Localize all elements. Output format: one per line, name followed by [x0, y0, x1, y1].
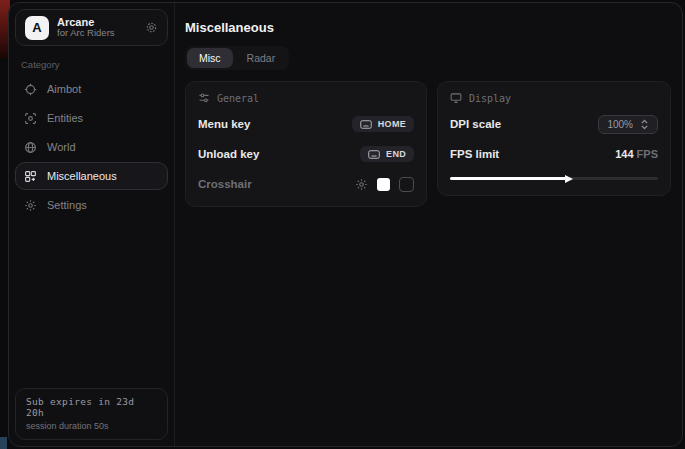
- dpi-scale-select[interactable]: 100%: [598, 115, 658, 134]
- monitor-icon: [450, 92, 462, 104]
- subscription-card: Sub expires in 23d 20h session duration …: [15, 388, 168, 440]
- entities-icon: [24, 112, 37, 125]
- account-gear-icon[interactable]: [145, 21, 158, 34]
- panels-row: General Menu key HOME: [185, 81, 671, 207]
- dpi-scale-row: DPI scale 100%: [450, 114, 658, 134]
- crosshair-label: Crosshair: [198, 178, 252, 190]
- general-panel: General Menu key HOME: [185, 81, 427, 207]
- sidebar-item-miscellaneous[interactable]: Miscellaneous: [15, 162, 168, 190]
- grid-icon: [24, 170, 37, 183]
- sidebar-item-label: Entities: [47, 112, 83, 124]
- sidebar-item-entities[interactable]: Entities: [15, 104, 168, 132]
- account-card[interactable]: A Arcane for Arc Riders: [15, 9, 168, 46]
- sidebar-item-label: Miscellaneous: [47, 170, 117, 182]
- unload-key-value: END: [386, 149, 406, 159]
- sidebar-item-world[interactable]: World: [15, 133, 168, 161]
- sliders-icon: [198, 92, 210, 104]
- display-panel-title: Display: [469, 93, 511, 104]
- fps-limit-slider[interactable]: [450, 174, 658, 183]
- crosshair-row: Crosshair: [198, 174, 414, 194]
- crosshair-settings-gear-icon[interactable]: [355, 178, 368, 191]
- tab-radar[interactable]: Radar: [235, 48, 288, 68]
- tab-misc[interactable]: Misc: [187, 48, 233, 68]
- fps-limit-row: FPS limit 144 FPS: [450, 144, 658, 164]
- globe-icon: [24, 141, 37, 154]
- fps-limit-label: FPS limit: [450, 148, 499, 160]
- unload-key-bind-button[interactable]: END: [360, 146, 414, 162]
- menu-key-value: HOME: [378, 119, 406, 129]
- keyboard-icon: [360, 120, 372, 129]
- unload-key-row: Unload key END: [198, 144, 414, 164]
- app-window: A Arcane for Arc Riders Category Aimbot: [8, 2, 683, 447]
- background-blue-glimpse: [0, 437, 7, 449]
- crosshair-icon: [24, 83, 37, 96]
- sidebar-item-aimbot[interactable]: Aimbot: [15, 75, 168, 103]
- dpi-scale-value: 100%: [607, 119, 633, 130]
- general-panel-title: General: [217, 93, 259, 104]
- keyboard-icon: [368, 150, 380, 159]
- fps-slider-thumb[interactable]: [565, 175, 573, 183]
- sub-expiry-text: Sub expires in 23d 20h: [26, 396, 157, 418]
- sidebar-item-label: World: [47, 141, 76, 153]
- menu-key-bind-button[interactable]: HOME: [352, 116, 414, 132]
- fps-slider-fill: [450, 177, 569, 180]
- gear-icon: [24, 199, 37, 212]
- menu-key-label: Menu key: [198, 118, 250, 130]
- menu-key-row: Menu key HOME: [198, 114, 414, 134]
- sidebar: A Arcane for Arc Riders Category Aimbot: [9, 3, 175, 446]
- app-subtitle: for Arc Riders: [57, 28, 115, 39]
- crosshair-color-swatch[interactable]: [377, 178, 390, 191]
- sidebar-item-label: Aimbot: [47, 83, 81, 95]
- sidebar-item-settings[interactable]: Settings: [15, 191, 168, 219]
- page-title: Miscellaneous: [185, 20, 671, 35]
- tab-bar: Misc Radar: [185, 46, 289, 70]
- unload-key-label: Unload key: [198, 148, 259, 160]
- session-duration-text: session duration 50s: [26, 421, 157, 431]
- sidebar-item-label: Settings: [47, 199, 87, 211]
- crosshair-checkbox[interactable]: [399, 177, 414, 192]
- display-panel: Display DPI scale 100% FPS limit: [437, 81, 671, 196]
- app-logo: A: [25, 16, 49, 40]
- sidebar-nav: Aimbot Entities World: [9, 75, 174, 219]
- category-label: Category: [21, 59, 162, 70]
- chevron-up-down-icon: [640, 119, 649, 130]
- main-content: Miscellaneous Misc Radar General: [175, 3, 682, 446]
- fps-limit-value: 144 FPS: [615, 148, 658, 160]
- dpi-scale-label: DPI scale: [450, 118, 501, 130]
